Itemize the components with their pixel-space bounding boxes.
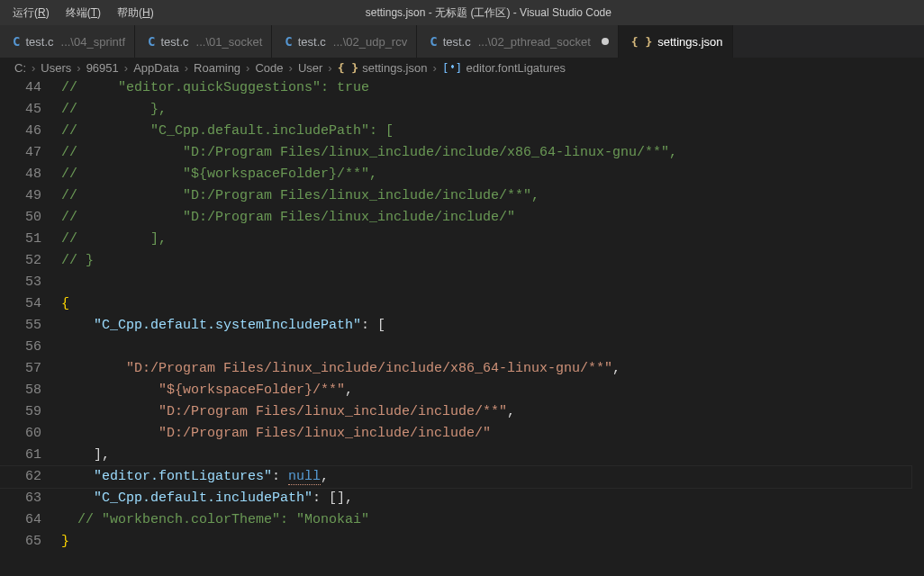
editor-line[interactable]: 53 bbox=[0, 272, 924, 293]
tab-filename: test.c bbox=[161, 35, 189, 49]
editor-line[interactable]: 50// "D:/Program Files/linux_include/inc… bbox=[0, 207, 924, 229]
breadcrumb-segment[interactable]: C: bbox=[14, 61, 26, 75]
chevron-right-icon: › bbox=[183, 61, 190, 75]
editor-line[interactable]: 62 "editor.fontLigatures": null, bbox=[0, 466, 924, 488]
line-number: 50 bbox=[0, 207, 61, 229]
editor-line[interactable]: 44// "editor.quickSuggestions": true bbox=[0, 77, 924, 99]
editor-line[interactable]: 55 "C_Cpp.default.systemIncludePath": [ bbox=[0, 315, 924, 337]
breadcrumb-segment[interactable]: 96951 bbox=[86, 61, 119, 75]
json-file-icon: { } bbox=[631, 35, 652, 49]
line-number: 59 bbox=[0, 401, 61, 423]
tab[interactable]: Ctest.c ...\02_pthread_socket bbox=[417, 25, 619, 58]
code-content[interactable]: // "editor.quickSuggestions": true bbox=[61, 77, 369, 99]
line-number: 65 bbox=[0, 531, 61, 553]
minimap[interactable] bbox=[911, 77, 924, 576]
line-number: 63 bbox=[0, 488, 61, 509]
code-content[interactable]: "D:/Program Files/linux_include/include/… bbox=[61, 401, 515, 423]
code-content[interactable]: // "D:/Program Files/linux_include/inclu… bbox=[61, 142, 677, 164]
code-content[interactable]: "${workspaceFolder}/**", bbox=[61, 380, 353, 401]
tab[interactable]: { }settings.json bbox=[619, 25, 733, 58]
tab-path: ...\02_udp_rcv bbox=[333, 35, 407, 49]
code-content[interactable]: // "C_Cpp.default.includePath": [ bbox=[61, 121, 394, 142]
editor-line[interactable]: 58 "${workspaceFolder}/**", bbox=[0, 380, 924, 401]
line-number: 64 bbox=[0, 509, 61, 531]
code-content[interactable]: // "D:/Program Files/linux_include/inclu… bbox=[61, 185, 539, 207]
symbol-icon: [ꞏ] bbox=[442, 61, 463, 75]
c-file-icon: C bbox=[285, 34, 292, 49]
line-number: 52 bbox=[0, 250, 61, 272]
code-content[interactable]: "D:/Program Files/linux_include/include/… bbox=[61, 423, 491, 445]
code-content[interactable]: // } bbox=[61, 250, 94, 272]
editor-line[interactable]: 48// "${workspaceFolder}/**", bbox=[0, 164, 924, 185]
line-number: 58 bbox=[0, 380, 61, 401]
code-content[interactable]: // }, bbox=[61, 99, 167, 121]
tab-path: ...\01_socket bbox=[196, 35, 263, 49]
editor-line[interactable]: 46// "C_Cpp.default.includePath": [ bbox=[0, 121, 924, 142]
code-content[interactable]: // "${workspaceFolder}/**", bbox=[61, 164, 377, 185]
editor-line[interactable]: 45// }, bbox=[0, 99, 924, 121]
breadcrumb-segment[interactable]: User bbox=[298, 61, 322, 75]
editor-line[interactable]: 60 "D:/Program Files/linux_include/inclu… bbox=[0, 423, 924, 445]
editor-line[interactable]: 52// } bbox=[0, 250, 924, 272]
editor-line[interactable]: 49// "D:/Program Files/linux_include/inc… bbox=[0, 185, 924, 207]
line-number: 57 bbox=[0, 358, 61, 380]
editor-line[interactable]: 63 "C_Cpp.default.includePath": [], bbox=[0, 488, 924, 509]
editor-line[interactable]: 59 "D:/Program Files/linux_include/inclu… bbox=[0, 401, 924, 423]
editor-line[interactable]: 47// "D:/Program Files/linux_include/inc… bbox=[0, 142, 924, 164]
breadcrumb-segment[interactable]: Code bbox=[255, 61, 283, 75]
c-file-icon: C bbox=[13, 34, 20, 49]
code-content[interactable]: { bbox=[61, 293, 69, 315]
line-number: 54 bbox=[0, 293, 61, 315]
tabbar: Ctest.c ...\04_sprintfCtest.c ...\01_soc… bbox=[0, 25, 924, 58]
line-number: 46 bbox=[0, 121, 61, 142]
menubar: 运行(R) 终端(T) 帮助(H) bbox=[0, 3, 161, 23]
breadcrumb-segment[interactable]: Roaming bbox=[194, 61, 240, 75]
code-content[interactable]: "C_Cpp.default.includePath": [], bbox=[61, 488, 353, 509]
tab[interactable]: Ctest.c ...\01_socket bbox=[135, 25, 272, 58]
menu-term[interactable]: 终端(T) bbox=[59, 3, 108, 23]
tab-path: ...\04_sprintf bbox=[61, 35, 126, 49]
line-number: 61 bbox=[0, 445, 61, 466]
menu-run[interactable]: 运行(R) bbox=[5, 3, 57, 23]
breadcrumb-file[interactable]: { } settings.json bbox=[338, 61, 428, 75]
code-content[interactable]: ], bbox=[61, 445, 110, 466]
tab[interactable]: Ctest.c ...\04_sprintf bbox=[0, 25, 135, 58]
line-number: 53 bbox=[0, 272, 61, 293]
editor-line[interactable]: 65} bbox=[0, 531, 924, 553]
code-content[interactable]: // "workbench.colorTheme": "Monokai" bbox=[61, 509, 369, 531]
tab-filename: settings.json bbox=[657, 35, 722, 49]
titlebar: 运行(R) 终端(T) 帮助(H) settings.json - 无标题 (工… bbox=[0, 0, 924, 25]
editor-line[interactable]: 51// ], bbox=[0, 229, 924, 250]
chevron-right-icon: › bbox=[30, 61, 37, 75]
line-number: 56 bbox=[0, 337, 61, 358]
line-number: 60 bbox=[0, 423, 61, 445]
chevron-right-icon: › bbox=[430, 61, 438, 75]
c-file-icon: C bbox=[148, 34, 155, 49]
line-number: 47 bbox=[0, 142, 61, 164]
window-title: settings.json - 无标题 (工作区) - Visual Studi… bbox=[161, 5, 816, 21]
tab-filename: test.c bbox=[298, 35, 326, 49]
editor-line[interactable]: 54{ bbox=[0, 293, 924, 315]
tab[interactable]: Ctest.c ...\02_udp_rcv bbox=[272, 25, 417, 58]
tab-filename: test.c bbox=[443, 35, 471, 49]
menu-help[interactable]: 帮助(H) bbox=[110, 3, 161, 23]
editor-line[interactable]: 57 "D:/Program Files/linux_include/inclu… bbox=[0, 358, 924, 380]
editor-line[interactable]: 56 bbox=[0, 337, 924, 358]
breadcrumb[interactable]: C:›Users›96951›AppData›Roaming›Code›User… bbox=[0, 58, 924, 77]
chevron-right-icon: › bbox=[244, 61, 251, 75]
tab-filename: test.c bbox=[25, 35, 53, 49]
code-content[interactable]: // "D:/Program Files/linux_include/inclu… bbox=[61, 207, 515, 229]
line-number: 51 bbox=[0, 229, 61, 250]
editor-line[interactable]: 61 ], bbox=[0, 445, 924, 466]
code-content[interactable]: "C_Cpp.default.systemIncludePath": [ bbox=[61, 315, 385, 337]
code-content[interactable]: } bbox=[61, 531, 69, 553]
code-content[interactable]: // ], bbox=[61, 229, 167, 250]
c-file-icon: C bbox=[430, 34, 437, 49]
code-content[interactable]: "D:/Program Files/linux_include/include/… bbox=[61, 358, 621, 380]
editor[interactable]: 44// "editor.quickSuggestions": true45//… bbox=[0, 77, 924, 576]
breadcrumb-segment[interactable]: AppData bbox=[133, 61, 179, 75]
code-content[interactable]: "editor.fontLigatures": null, bbox=[61, 466, 329, 488]
breadcrumb-symbol[interactable]: [ꞏ] editor.fontLigatures bbox=[442, 61, 566, 75]
editor-line[interactable]: 64 // "workbench.colorTheme": "Monokai" bbox=[0, 509, 924, 531]
breadcrumb-segment[interactable]: Users bbox=[41, 61, 71, 75]
